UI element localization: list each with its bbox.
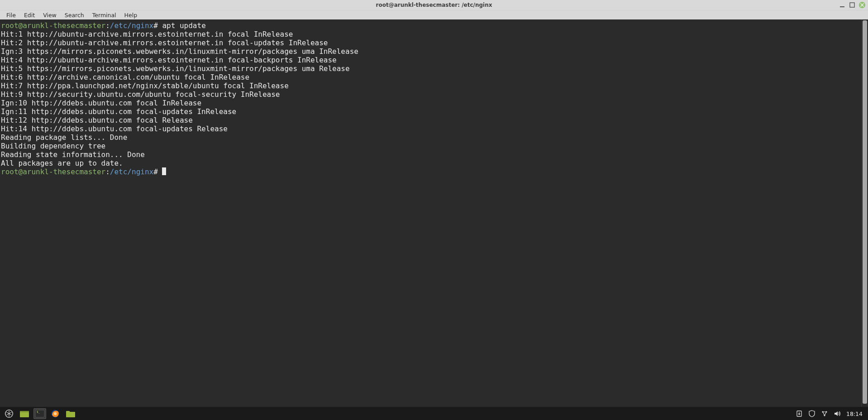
prompt-user: root@arunkl-thesecmaster — [1, 167, 105, 176]
prompt-user: root@arunkl-thesecmaster — [1, 21, 105, 30]
updates-icon[interactable] — [796, 410, 803, 417]
terminal-line: Building dependency tree — [1, 142, 105, 150]
menu-edit[interactable]: Edit — [20, 11, 38, 19]
terminal-line: Hit:6 http://archive.canonical.com/ubunt… — [1, 73, 249, 81]
terminal-line: Hit:5 https://mirrors.piconets.webwerks.… — [1, 64, 350, 73]
terminal-line: Ign:10 http://ddebs.ubuntu.com focal InR… — [1, 99, 201, 107]
terminal-line: Ign:11 http://ddebs.ubuntu.com focal-upd… — [1, 107, 236, 116]
svg-text:$_: $_ — [37, 410, 40, 414]
terminal-line: Hit:12 http://ddebs.ubuntu.com focal Rel… — [1, 116, 193, 124]
terminal-content[interactable]: root@arunkl-thesecmaster:/etc/nginx# apt… — [0, 19, 861, 407]
menu-view[interactable]: View — [39, 11, 60, 19]
prompt-path: /etc/nginx — [110, 21, 153, 30]
terminal-line: Reading state information... Done — [1, 150, 145, 159]
typed-command: apt update — [162, 21, 205, 30]
scrollbar-thumb[interactable] — [863, 20, 867, 404]
svg-rect-1 — [850, 3, 854, 7]
window-title: root@arunkl-thesecmaster: /etc/nginx — [376, 2, 492, 8]
window-controls — [839, 0, 865, 10]
start-menu-button[interactable] — [3, 408, 15, 419]
window-maximize-button[interactable] — [849, 2, 855, 8]
menubar: File Edit View Search Terminal Help — [0, 10, 868, 19]
terminal-line: Hit:7 http://ppa.launchpad.net/nginx/sta… — [1, 81, 289, 90]
menu-file[interactable]: File — [3, 11, 19, 19]
taskbar-clock[interactable]: 18:14 — [846, 410, 863, 417]
terminal-line: Hit:9 http://security.ubuntu.com/ubuntu … — [1, 90, 280, 99]
terminal-line: All packages are up to date. — [1, 159, 123, 167]
terminal-line: Hit:1 http://ubuntu-archive.mirrors.esto… — [1, 30, 293, 38]
prompt-sep: : — [105, 167, 110, 176]
terminal-cursor — [162, 167, 166, 175]
terminal-line: Hit:14 http://ddebs.ubuntu.com focal-upd… — [1, 124, 228, 133]
prompt-sep: : — [105, 21, 110, 30]
menu-help[interactable]: Help — [121, 11, 141, 19]
terminal-line: Hit:4 http://ubuntu-archive.mirrors.esto… — [1, 56, 337, 64]
volume-icon[interactable] — [834, 410, 841, 417]
taskbar-terminal-button[interactable]: $_ — [33, 408, 46, 419]
terminal-window[interactable]: root@arunkl-thesecmaster:/etc/nginx# apt… — [0, 19, 868, 407]
prompt-path: /etc/nginx — [110, 167, 153, 176]
svg-rect-4 — [20, 411, 29, 412]
menu-search[interactable]: Search — [61, 11, 88, 19]
window-minimize-button[interactable] — [839, 2, 845, 8]
terminal-line: Ign:3 https://mirrors.piconets.webwerks.… — [1, 47, 358, 56]
terminal-line: Reading package lists... Done — [1, 133, 127, 142]
menu-terminal[interactable]: Terminal — [89, 11, 120, 19]
taskbar: $_ 18:14 — [0, 407, 868, 420]
prompt-end: # — [153, 167, 158, 176]
terminal-line: Hit:2 http://ubuntu-archive.mirrors.esto… — [1, 38, 328, 47]
svg-point-8 — [54, 412, 57, 415]
window-titlebar: root@arunkl-thesecmaster: /etc/nginx — [0, 0, 868, 10]
prompt-end: # — [153, 21, 158, 30]
system-tray: 18:14 — [796, 410, 865, 417]
taskbar-firefox-button[interactable] — [49, 408, 62, 419]
network-icon[interactable] — [821, 410, 828, 417]
terminal-scrollbar[interactable] — [861, 19, 868, 407]
show-desktop-button[interactable] — [18, 408, 31, 419]
shield-icon[interactable] — [808, 410, 816, 417]
window-close-button[interactable] — [859, 2, 865, 8]
taskbar-files-button[interactable] — [64, 408, 77, 419]
svg-rect-0 — [840, 6, 844, 7]
